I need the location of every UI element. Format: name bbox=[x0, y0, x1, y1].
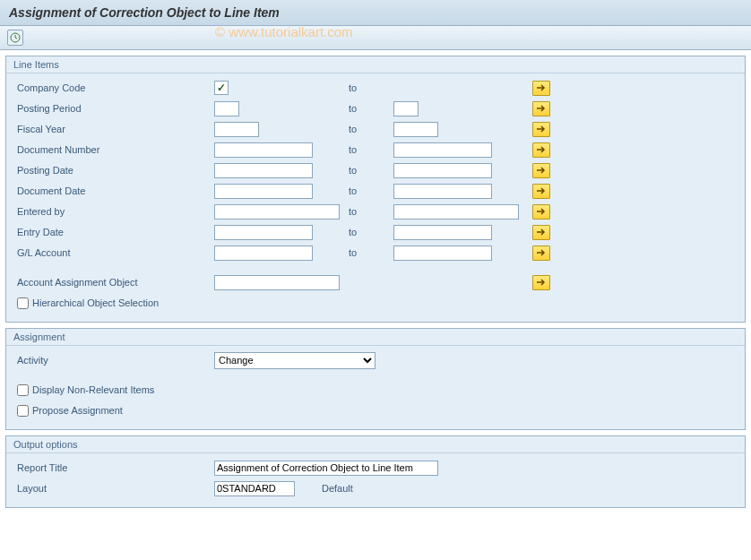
document-date-multiselect-button[interactable] bbox=[532, 184, 550, 199]
fiscal-year-from-input[interactable] bbox=[214, 122, 259, 137]
posting-date-multiselect-button[interactable] bbox=[532, 163, 550, 178]
row-propose-assignment: Propose Assignment bbox=[17, 401, 734, 419]
label-propose-assignment: Propose Assignment bbox=[32, 405, 123, 416]
entered-by-multiselect-button[interactable] bbox=[532, 204, 550, 220]
posting-period-to-input[interactable] bbox=[393, 101, 419, 116]
label-document-number: Document Number bbox=[17, 144, 214, 155]
row-acct-assign-obj: Account Assignment Object bbox=[17, 273, 734, 291]
layout-default-text: Default bbox=[322, 483, 353, 494]
row-fiscal-year: Fiscal Year to bbox=[17, 120, 734, 138]
content-area: Line Items Company Code to Posting Perio… bbox=[0, 50, 751, 519]
output-options-title: Output options bbox=[6, 436, 745, 453]
svg-line-2 bbox=[15, 38, 17, 39]
document-number-from-input[interactable] bbox=[214, 142, 313, 158]
label-hierarchical: Hierarchical Object Selection bbox=[32, 297, 159, 308]
arrow-right-icon bbox=[536, 228, 547, 237]
company-code-multiselect-button[interactable] bbox=[532, 81, 550, 96]
document-number-to-input[interactable] bbox=[393, 142, 492, 158]
arrow-right-icon bbox=[536, 186, 547, 195]
label-company-code: Company Code bbox=[17, 82, 214, 93]
document-date-to-input[interactable] bbox=[393, 184, 492, 199]
fiscal-year-multiselect-button[interactable] bbox=[532, 122, 550, 137]
clock-icon bbox=[10, 32, 21, 43]
row-report-title: Report Title bbox=[17, 459, 734, 477]
entered-by-from-input[interactable] bbox=[214, 204, 340, 220]
line-items-group: Line Items Company Code to Posting Perio… bbox=[5, 56, 746, 323]
row-posting-period: Posting Period to bbox=[17, 99, 734, 117]
row-entered-by: Entered by to bbox=[17, 202, 734, 220]
row-company-code: Company Code to bbox=[17, 79, 734, 97]
entry-date-multiselect-button[interactable] bbox=[532, 225, 550, 240]
arrow-right-icon bbox=[536, 145, 547, 154]
activity-select[interactable]: Change bbox=[214, 352, 376, 369]
assignment-group: Assignment Activity Change Display Non-R… bbox=[5, 328, 746, 430]
row-posting-date: Posting Date to bbox=[17, 161, 734, 179]
label-posting-period: Posting Period bbox=[17, 103, 214, 114]
label-activity: Activity bbox=[17, 355, 214, 366]
layout-input[interactable] bbox=[214, 481, 295, 496]
display-non-relevant-checkbox[interactable] bbox=[17, 384, 29, 396]
company-code-from-checkbox[interactable] bbox=[214, 81, 229, 95]
hierarchical-checkbox[interactable] bbox=[17, 297, 29, 309]
posting-date-to-input[interactable] bbox=[393, 163, 492, 178]
entry-date-from-input[interactable] bbox=[214, 225, 313, 240]
gl-account-to-input[interactable] bbox=[393, 246, 492, 261]
document-number-multiselect-button[interactable] bbox=[532, 142, 550, 158]
execute-button[interactable] bbox=[7, 30, 23, 46]
gl-account-from-input[interactable] bbox=[214, 246, 313, 261]
label-fiscal-year: Fiscal Year bbox=[17, 124, 214, 134]
label-display-non-relevant: Display Non-Relevant Items bbox=[32, 384, 154, 395]
fiscal-year-to-input[interactable] bbox=[393, 122, 438, 137]
row-hierarchical: Hierarchical Object Selection bbox=[17, 294, 734, 312]
report-title-input[interactable] bbox=[214, 461, 438, 476]
label-report-title: Report Title bbox=[17, 462, 214, 473]
label-layout: Layout bbox=[17, 483, 214, 494]
to-label: to bbox=[349, 82, 393, 93]
propose-assignment-checkbox[interactable] bbox=[17, 405, 29, 417]
row-document-date: Document Date to bbox=[17, 182, 734, 200]
arrow-right-icon bbox=[536, 248, 547, 257]
watermark: © www.tutorialkart.com bbox=[215, 24, 353, 39]
arrow-right-icon bbox=[536, 207, 547, 216]
document-date-from-input[interactable] bbox=[214, 184, 313, 199]
label-acct-assign-obj: Account Assignment Object bbox=[17, 277, 214, 288]
arrow-right-icon bbox=[536, 166, 547, 175]
label-posting-date: Posting Date bbox=[17, 165, 214, 176]
posting-period-from-input[interactable] bbox=[214, 101, 239, 116]
row-gl-account: G/L Account to bbox=[17, 244, 734, 262]
output-options-group: Output options Report Title Layout Defau… bbox=[5, 435, 746, 508]
line-items-title: Line Items bbox=[6, 56, 745, 73]
row-activity: Activity Change bbox=[17, 351, 734, 369]
posting-date-from-input[interactable] bbox=[214, 163, 313, 178]
page-title: Assignment of Correction Object to Line … bbox=[9, 5, 742, 20]
entered-by-to-input[interactable] bbox=[393, 204, 519, 220]
acct-assign-obj-multiselect-button[interactable] bbox=[532, 275, 550, 290]
acct-assign-obj-input[interactable] bbox=[214, 275, 340, 290]
row-layout: Layout Default bbox=[17, 479, 734, 497]
label-document-date: Document Date bbox=[17, 185, 214, 196]
arrow-right-icon bbox=[536, 278, 547, 287]
assignment-title: Assignment bbox=[6, 329, 745, 346]
arrow-right-icon bbox=[536, 104, 547, 113]
row-document-number: Document Number to bbox=[17, 141, 734, 159]
title-bar: Assignment of Correction Object to Line … bbox=[0, 0, 751, 26]
row-display-non-relevant: Display Non-Relevant Items bbox=[17, 381, 734, 399]
gl-account-multiselect-button[interactable] bbox=[532, 246, 550, 261]
label-entered-by: Entered by bbox=[17, 206, 214, 217]
row-entry-date: Entry Date to bbox=[17, 223, 734, 241]
toolbar: © www.tutorialkart.com bbox=[0, 26, 751, 50]
label-gl-account: G/L Account bbox=[17, 247, 214, 258]
entry-date-to-input[interactable] bbox=[393, 225, 492, 240]
label-entry-date: Entry Date bbox=[17, 227, 214, 237]
arrow-right-icon bbox=[536, 83, 547, 92]
arrow-right-icon bbox=[536, 125, 547, 134]
posting-period-multiselect-button[interactable] bbox=[532, 101, 550, 116]
